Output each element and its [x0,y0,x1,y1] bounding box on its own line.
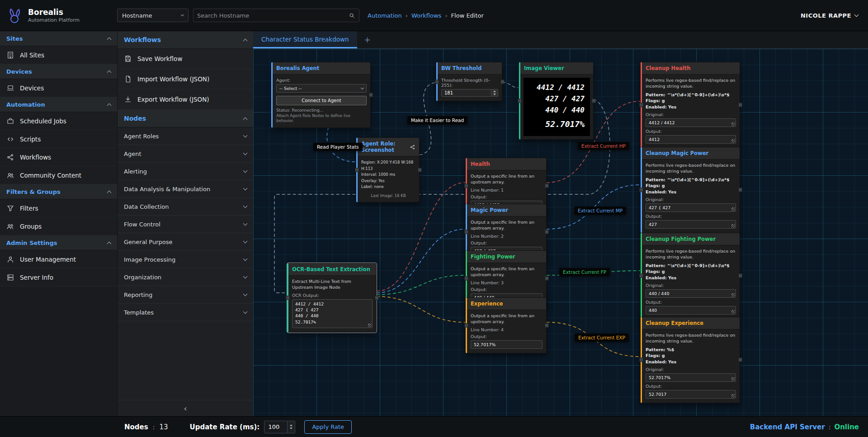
node-header[interactable]: Agent Role: Screenshot [358,138,419,156]
original-field[interactable]: 52.7017% [646,373,736,382]
output-handle[interactable] [418,168,422,172]
node-category-agent[interactable]: Agent [118,145,253,163]
input-handle[interactable] [464,276,468,280]
comment-read-player-stats[interactable]: Read Player Stats [313,143,363,151]
edge-label-extract-current-exp[interactable]: Extract Current EXP [575,334,629,342]
stepper-up-icon[interactable] [290,424,292,426]
share-icon[interactable] [410,144,415,150]
output-handle[interactable] [375,296,379,300]
node-header[interactable]: Fighting Power [467,251,546,263]
node-category-data-analysis[interactable]: Data Analysis & Manipulation [118,180,253,198]
number-stepper[interactable] [491,89,498,97]
node-header[interactable]: Cleanup Experience [642,317,740,329]
sidebar-section-sites[interactable]: Sites [0,31,117,46]
flow-canvas[interactable]: Read Player Stats Make it Easier to Read… [253,49,868,416]
node-bw-threshold[interactable]: BW Threshold Threshold Strength (0–255): [436,62,502,101]
node-ocr-text-extraction[interactable]: OCR-Based Text Extraction Extract Multi-… [287,263,377,333]
original-field[interactable]: 427 { 427 [646,203,736,212]
sidebar-section-filters-groups[interactable]: Filters & Groups [0,184,117,199]
sidebar-section-devices[interactable]: Devices [0,64,117,79]
edge-ocr-to-magic-power[interactable] [377,229,465,293]
node-category-templates[interactable]: Templates [118,304,253,321]
output-handle[interactable] [738,103,742,107]
hostname-search[interactable] [193,9,359,22]
node-header[interactable]: Cleanup Health [642,62,740,75]
output-handle[interactable] [369,93,373,97]
connect-to-agent-button[interactable]: Connect to Agent [276,96,367,105]
output-field[interactable]: 440 [646,306,736,315]
output-handle[interactable] [738,188,742,192]
node-category-alerting[interactable]: Alerting [118,163,253,180]
node-header[interactable]: Experience [467,298,546,310]
edge-ocr-to-experience[interactable] [377,296,465,322]
comment-make-it-easier-to-read[interactable]: Make it Easier to Read [407,116,467,124]
sidebar-item-filters[interactable]: Filters [0,199,117,217]
node-agent-role-screenshot[interactable]: Agent Role: Screenshot Region: X:200 Y:4… [356,137,420,202]
original-field[interactable]: 4412 / 4412 [646,118,736,127]
node-category-data-collection[interactable]: Data Collection [118,198,253,216]
stepper-up-icon[interactable] [493,90,496,92]
agent-select[interactable]: -- Select -- [276,84,367,93]
output-field[interactable]: 52.7017 [646,390,736,399]
input-handle[interactable] [464,230,468,234]
node-experience[interactable]: Experience Output a specific line from a… [466,297,547,353]
rate-stepper[interactable] [288,421,295,433]
input-handle[interactable] [639,188,643,192]
input-handle[interactable] [464,183,468,188]
workflows-panel-header[interactable]: Workflows [118,31,253,49]
node-category-organization[interactable]: Organization [118,268,253,286]
stepper-down-icon[interactable] [493,94,496,95]
output-field[interactable]: 52.7017% [471,340,542,349]
export-workflow-button[interactable]: Export Workflow (JSON) [118,89,253,110]
new-tab-button[interactable]: + [357,31,378,48]
search-input[interactable] [197,12,349,19]
edge-ocr-to-fighting-power[interactable] [377,275,465,295]
sidebar-section-admin-settings[interactable]: Admin Settings [0,235,117,250]
sidebar-item-groups[interactable]: Groups [0,217,117,235]
output-handle[interactable] [592,99,596,103]
sidebar-item-devices[interactable]: Devices [0,79,117,97]
output-handle[interactable] [738,358,742,362]
node-header[interactable]: Magic Power [467,204,546,216]
node-header[interactable]: Cleanup Magic Power [642,147,740,160]
breadcrumb-automation[interactable]: Automation [368,12,402,19]
sidebar-item-server-info[interactable]: Server Info [0,268,117,287]
breadcrumb-workflows[interactable]: Workflows [411,12,441,19]
sidebar-item-workflows[interactable]: Workflows [0,148,117,166]
node-category-image-processing[interactable]: Image Processing [118,251,253,268]
original-field[interactable]: 440 / 440 [646,289,736,298]
collapse-panel-button[interactable]: ‹ [118,400,253,416]
node-header[interactable]: Health [467,158,546,170]
input-handle[interactable] [518,99,522,103]
node-cleanup-health[interactable]: Cleanup Health Performs live regex-based… [641,62,740,148]
input-handle[interactable] [286,296,290,300]
user-menu[interactable]: NICOLE RAPPE [801,12,858,19]
sidebar-item-all-sites[interactable]: All Sites [0,46,117,64]
node-header[interactable]: Borealis Agent [273,62,370,75]
node-header[interactable]: OCR-Based Text Extraction [288,263,376,276]
edge-bwthreshold-to-imageviewer[interactable] [502,82,519,88]
input-handle[interactable] [639,358,643,362]
threshold-input[interactable] [441,89,491,97]
input-handle[interactable] [639,274,643,278]
hostname-dropdown[interactable]: Hostname [117,9,189,22]
node-header[interactable]: Image Viewer [520,62,593,75]
input-handle[interactable] [355,168,359,172]
sidebar-section-automation[interactable]: Automation [0,97,117,112]
ocr-output-textarea[interactable]: 4412 / 4412 427 { 427 440 / 440 52.7017% [292,299,373,328]
node-image-viewer[interactable]: Image Viewer 4412 / 4412 427 / 427 440 /… [519,62,594,140]
output-handle[interactable] [545,323,549,327]
sidebar-item-community-content[interactable]: Community Content [0,166,117,184]
input-handle[interactable] [639,103,643,107]
input-handle[interactable] [464,323,468,327]
output-handle[interactable] [545,183,549,188]
node-cleanup-magic-power[interactable]: Cleanup Magic Power Performs live regex-… [641,147,740,233]
output-field[interactable]: 427 [646,220,736,229]
node-header[interactable]: BW Threshold [438,62,502,75]
edge-label-extract-current-mp[interactable]: Extract Current MP [574,207,626,215]
node-header[interactable]: Cleanup Fighting Power [642,233,740,245]
output-handle[interactable] [545,230,549,234]
tab-character-status-breakdown[interactable]: Character Status Breakdown [253,31,357,48]
node-borealis-agent[interactable]: Borealis Agent Agent: -- Select -- Conne… [271,62,371,128]
import-workflow-button[interactable]: Import Workflow (JSON) [118,69,253,89]
